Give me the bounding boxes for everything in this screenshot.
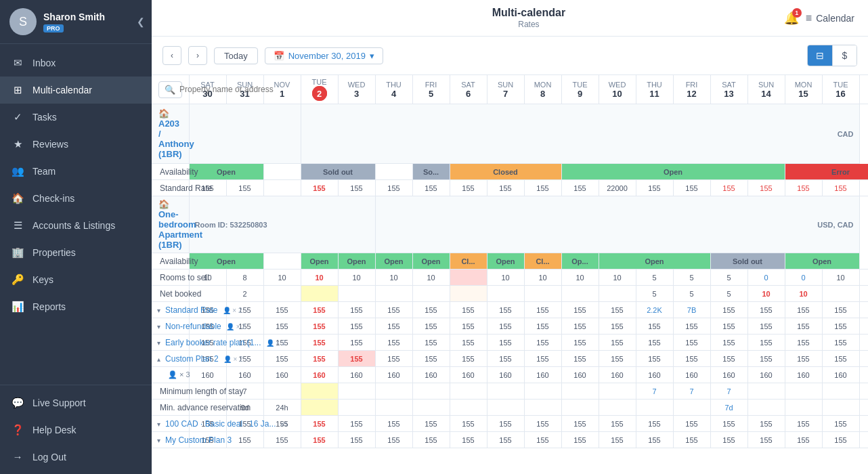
rate-cell[interactable]: 155: [785, 180, 822, 196]
rate-cell[interactable]: 155: [710, 302, 747, 318]
prev-button[interactable]: ‹: [162, 46, 181, 65]
avail-cell[interactable]: Cl...: [524, 253, 561, 270]
rate-cell[interactable]: 155: [561, 416, 599, 432]
avail-cell[interactable]: Closed: [450, 164, 561, 180]
rate-cell[interactable]: 155: [747, 180, 785, 196]
rate-cell[interactable]: 160: [599, 367, 636, 383]
rate-cell[interactable]: 155: [338, 351, 375, 367]
rate-cell[interactable]: 155: [822, 180, 859, 196]
sidebar-item-multi-calendar[interactable]: ⊞ Multi-calendar: [0, 77, 152, 104]
rate-cell[interactable]: 155: [375, 180, 412, 196]
rate-cell[interactable]: 155: [301, 335, 338, 351]
rate-plan-label[interactable]: 100 CAD · Basic deal · 16 Ja...: [165, 419, 276, 429]
rate-cell[interactable]: 155: [412, 351, 450, 367]
rate-cell[interactable]: 155: [710, 335, 747, 351]
avail-cell[interactable]: Open: [338, 253, 375, 270]
rate-cell[interactable]: 155: [673, 351, 710, 367]
rate-cell[interactable]: 155: [524, 318, 561, 335]
rate-cell[interactable]: 155: [636, 335, 673, 351]
sidebar-item-check-ins[interactable]: 🏠 Check-ins: [0, 185, 152, 212]
rate-cell[interactable]: 155: [561, 302, 599, 318]
rate-cell[interactable]: 155: [561, 180, 599, 196]
rate-cell[interactable]: 155: [747, 335, 785, 351]
rate-plan-label[interactable]: Non-refundable: [165, 322, 221, 331]
rate-cell[interactable]: 155: [375, 335, 412, 351]
avail-cell[interactable]: Op...: [561, 253, 599, 270]
grid-view-button[interactable]: ⊟: [808, 45, 832, 66]
rate-plan-label[interactable]: Custom Plan 2: [165, 354, 219, 364]
rate-cell[interactable]: 155: [450, 318, 487, 335]
rate-cell[interactable]: 155: [450, 302, 487, 318]
rate-cell[interactable]: 155: [710, 318, 747, 335]
rate-cell[interactable]: 155: [338, 318, 375, 335]
rate-cell[interactable]: 155: [524, 302, 561, 318]
rate-cell[interactable]: 155: [338, 302, 375, 318]
date-picker-button[interactable]: 📅 November 30, 2019 ▾: [265, 47, 383, 64]
avail-cell[interactable]: Open: [301, 253, 338, 270]
rate-cell[interactable]: 155: [561, 318, 599, 335]
rate-cell[interactable]: 160: [226, 367, 263, 383]
rate-cell[interactable]: 1: [859, 180, 868, 196]
expand-icon[interactable]: ▾: [157, 437, 160, 444]
rate-cell[interactable]: 155: [301, 318, 338, 335]
rate-cell[interactable]: 1: [859, 351, 868, 367]
rate-cell[interactable]: 155: [524, 432, 561, 448]
rate-cell[interactable]: 155: [710, 416, 747, 432]
calendar-content[interactable]: 🔍 SAT30 SUN31 NOV1 TUE2 WED3 THU4 FRI5 S…: [152, 75, 868, 474]
rate-cell[interactable]: 160: [673, 367, 710, 383]
sidebar-collapse-button[interactable]: ❮: [137, 16, 145, 27]
rate-cell[interactable]: 155: [301, 180, 338, 196]
rate-cell[interactable]: 1: [859, 367, 868, 383]
avail-cell[interactable]: Open: [189, 253, 263, 270]
rate-cell[interactable]: 155: [338, 180, 375, 196]
rate-cell[interactable]: 160: [636, 367, 673, 383]
rate-cell[interactable]: 155: [301, 351, 338, 367]
rate-cell[interactable]: 155: [636, 416, 673, 432]
rate-cell[interactable]: 160: [710, 367, 747, 383]
sidebar-item-inbox[interactable]: ✉ Inbox: [0, 49, 152, 77]
sidebar-item-live-support[interactable]: 💬 Live Support: [0, 389, 152, 416]
rate-cell[interactable]: 155: [450, 432, 487, 448]
sidebar-item-reports[interactable]: 📊 Reports: [0, 293, 152, 320]
rate-cell[interactable]: 155: [599, 432, 636, 448]
rate-cell[interactable]: 155: [599, 351, 636, 367]
rate-cell[interactable]: 155: [412, 180, 450, 196]
rate-cell[interactable]: 155: [785, 351, 822, 367]
rate-cell[interactable]: 155: [487, 416, 524, 432]
rate-cell[interactable]: 155: [450, 351, 487, 367]
rate-cell[interactable]: 155: [785, 416, 822, 432]
rate-cell[interactable]: 155: [301, 416, 338, 432]
rate-cell[interactable]: 155: [301, 302, 338, 318]
rate-cell[interactable]: 155: [636, 318, 673, 335]
rate-cell[interactable]: 155: [822, 335, 859, 351]
rate-cell[interactable]: 155: [673, 432, 710, 448]
rate-cell[interactable]: 160: [487, 367, 524, 383]
rate-cell[interactable]: 1: [859, 335, 868, 351]
expand-icon[interactable]: ▴: [157, 356, 160, 363]
rate-cell[interactable]: 155: [710, 180, 747, 196]
rate-cell[interactable]: 155: [822, 416, 859, 432]
rate-cell[interactable]: 155: [487, 302, 524, 318]
rate-cell[interactable]: 160: [263, 367, 301, 383]
rate-cell[interactable]: 155: [673, 335, 710, 351]
expand-icon[interactable]: ▾: [157, 323, 160, 330]
rate-cell[interactable]: 155: [785, 318, 822, 335]
property-name[interactable]: A203 / Anthony (1BR): [158, 118, 194, 159]
notification-button[interactable]: 🔔 1: [784, 11, 799, 26]
rate-cell[interactable]: 155: [599, 416, 636, 432]
rate-cell[interactable]: 1: [859, 416, 868, 432]
rate-cell[interactable]: 155: [450, 180, 487, 196]
rate-cell[interactable]: 155: [822, 351, 859, 367]
avail-cell[interactable]: Open: [412, 253, 450, 270]
rate-cell[interactable]: 155: [412, 318, 450, 335]
expand-icon[interactable]: ▾: [157, 339, 160, 347]
rate-cell[interactable]: 160: [375, 367, 412, 383]
rate-cell[interactable]: 155: [375, 302, 412, 318]
rate-cell[interactable]: 155: [412, 416, 450, 432]
rate-cell[interactable]: 1: [859, 318, 868, 335]
rate-cell[interactable]: 155: [338, 416, 375, 432]
rate-cell[interactable]: 155: [710, 351, 747, 367]
rate-cell[interactable]: 155: [599, 335, 636, 351]
expand-icon[interactable]: ▾: [157, 307, 160, 314]
rate-cell[interactable]: 160: [189, 367, 226, 383]
